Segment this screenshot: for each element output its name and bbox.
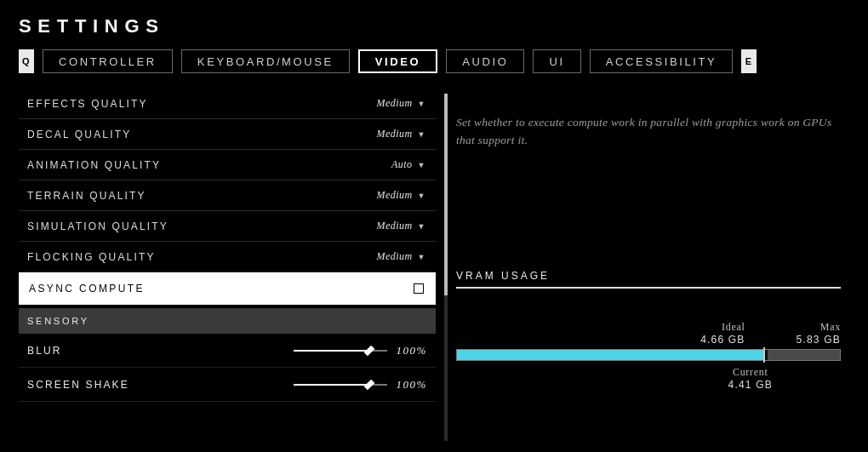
tab-audio[interactable]: AUDIO bbox=[446, 49, 524, 73]
setting-value: Medium▼ bbox=[376, 250, 425, 263]
chevron-down-icon: ▼ bbox=[418, 222, 425, 231]
vram-tick-ideal bbox=[763, 347, 765, 363]
setting-screen-shake[interactable]: SCREEN SHAKE 100% bbox=[19, 368, 436, 402]
tab-keyboard-mouse[interactable]: KEYBOARD/MOUSE bbox=[181, 49, 350, 73]
vram-bar bbox=[456, 349, 841, 361]
chevron-down-icon: ▼ bbox=[418, 100, 425, 108]
setting-description: Set whether to execute compute work in p… bbox=[456, 114, 841, 150]
setting-label: SCREEN SHAKE bbox=[27, 379, 129, 391]
setting-value: Auto▼ bbox=[391, 158, 425, 171]
setting-value: Medium▼ bbox=[376, 220, 425, 232]
chevron-down-icon: ▼ bbox=[418, 192, 425, 200]
detail-panel: Set whether to execute compute work in p… bbox=[456, 89, 849, 446]
setting-terrain-quality[interactable]: TERRAIN QUALITY Medium▼ bbox=[19, 180, 436, 211]
setting-simulation-quality[interactable]: SIMULATION QUALITY Medium▼ bbox=[19, 211, 436, 242]
setting-label: EFFECTS QUALITY bbox=[27, 98, 148, 110]
slider-value: 100% bbox=[396, 344, 427, 358]
bumper-left[interactable]: Q bbox=[19, 49, 34, 73]
chevron-down-icon: ▼ bbox=[418, 130, 425, 139]
chevron-down-icon: ▼ bbox=[418, 161, 425, 169]
setting-flocking-quality[interactable]: FLOCKING QUALITY Medium▼ bbox=[19, 242, 436, 272]
setting-effects-quality[interactable]: EFFECTS QUALITY Medium▼ bbox=[19, 89, 436, 119]
tab-ui[interactable]: UI bbox=[533, 49, 580, 73]
setting-value: Medium▼ bbox=[376, 189, 425, 202]
vram-max: Max 5.83 GB bbox=[797, 321, 841, 346]
vram-title: VRAM USAGE bbox=[456, 270, 841, 289]
setting-label: FLOCKING QUALITY bbox=[27, 251, 156, 263]
setting-decal-quality[interactable]: DECAL QUALITY Medium▼ bbox=[19, 119, 436, 150]
tab-controller[interactable]: CONTROLLER bbox=[43, 49, 173, 73]
setting-blur[interactable]: BLUR 100% bbox=[19, 334, 436, 368]
tab-bar: Q CONTROLLER KEYBOARD/MOUSE VIDEO AUDIO … bbox=[19, 49, 849, 73]
setting-animation-quality[interactable]: ANIMATION QUALITY Auto▼ bbox=[19, 150, 436, 180]
tab-accessibility[interactable]: ACCESSIBILITY bbox=[590, 49, 734, 73]
setting-label: SIMULATION QUALITY bbox=[27, 220, 168, 232]
checkbox-icon[interactable] bbox=[414, 283, 424, 294]
vram-usage-block: VRAM USAGE Ideal 4.66 GB Max 5.83 GB Cur bbox=[456, 269, 841, 391]
setting-label: BLUR bbox=[27, 345, 62, 357]
page-title: SETTINGS bbox=[19, 15, 849, 37]
vram-current: Current 4.41 GB bbox=[728, 366, 773, 391]
setting-label: TERRAIN QUALITY bbox=[27, 190, 146, 202]
slider-track[interactable] bbox=[294, 350, 387, 352]
slider-knob[interactable] bbox=[364, 345, 375, 356]
slider-track[interactable] bbox=[294, 384, 387, 386]
setting-async-compute[interactable]: ASYNC COMPUTE bbox=[19, 272, 436, 305]
vram-ideal: Ideal 4.66 GB bbox=[700, 321, 745, 346]
settings-list: EFFECTS QUALITY Medium▼ DECAL QUALITY Me… bbox=[19, 89, 436, 446]
scrollbar[interactable] bbox=[444, 94, 448, 441]
chevron-down-icon: ▼ bbox=[418, 253, 425, 261]
setting-label: DECAL QUALITY bbox=[27, 129, 131, 140]
setting-label: ASYNC COMPUTE bbox=[29, 283, 145, 295]
setting-label: ANIMATION QUALITY bbox=[27, 159, 161, 171]
slider-knob[interactable] bbox=[364, 379, 375, 390]
bumper-right[interactable]: E bbox=[741, 49, 757, 73]
tab-video[interactable]: VIDEO bbox=[358, 49, 437, 73]
setting-value: Medium▼ bbox=[376, 128, 425, 140]
setting-value: Medium▼ bbox=[376, 97, 425, 110]
scrollbar-thumb[interactable] bbox=[444, 94, 448, 295]
section-header-sensory: SENSORY bbox=[19, 308, 436, 334]
slider-value: 100% bbox=[396, 378, 427, 392]
